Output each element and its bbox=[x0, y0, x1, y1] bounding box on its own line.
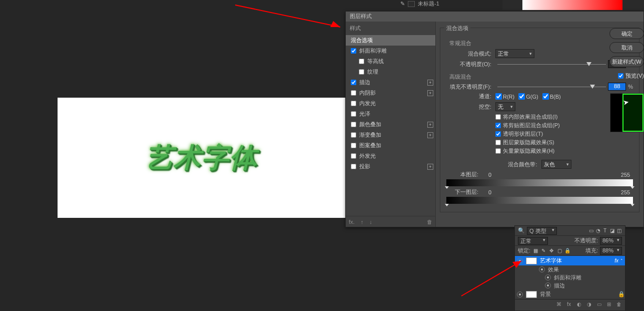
eye-icon[interactable] bbox=[545, 282, 551, 288]
filter-icon-1[interactable]: ▭ bbox=[588, 228, 594, 234]
filter-icon-5[interactable]: ◫ bbox=[616, 228, 622, 234]
style-row-10[interactable]: 图案叠加 bbox=[346, 140, 435, 151]
style-checkbox[interactable] bbox=[351, 48, 356, 54]
adjust-icon[interactable]: ◑ bbox=[586, 301, 592, 307]
eye-icon[interactable] bbox=[539, 266, 545, 272]
plus-icon[interactable]: + bbox=[427, 122, 433, 128]
lock-pixels-icon[interactable]: ▦ bbox=[532, 248, 538, 254]
layer-background[interactable]: 背景 🔒 bbox=[515, 289, 625, 299]
fx-icon[interactable]: fx bbox=[566, 301, 572, 307]
style-row-1[interactable]: 斜面和浮雕 bbox=[346, 46, 435, 56]
search-icon[interactable]: 🔍 bbox=[518, 227, 525, 234]
style-row-7[interactable]: 光泽 bbox=[346, 109, 435, 119]
channel-g[interactable]: G(G) bbox=[518, 93, 538, 100]
ok-button[interactable]: 确定 bbox=[609, 28, 644, 39]
lock-artboard-icon[interactable]: ▢ bbox=[556, 248, 562, 254]
style-row-2[interactable]: 等高线 bbox=[346, 56, 435, 67]
style-checkbox[interactable] bbox=[351, 153, 356, 159]
section-title-blend: 混合选项 bbox=[444, 25, 470, 32]
style-row-9[interactable]: 渐变叠加+ bbox=[346, 130, 435, 140]
channel-r[interactable]: R(R) bbox=[495, 93, 514, 100]
style-checkbox[interactable] bbox=[351, 101, 356, 106]
style-row-3[interactable]: 纹理 bbox=[346, 67, 435, 77]
up-arrow-icon[interactable]: ↑ bbox=[361, 219, 364, 225]
chevron-down-icon[interactable]: ˄ bbox=[620, 258, 623, 263]
fx-icon[interactable]: fx. bbox=[349, 219, 355, 225]
canvas-text[interactable]: 艺术字体 bbox=[146, 140, 258, 176]
adv-checkbox[interactable] bbox=[495, 148, 501, 154]
new-layer-icon[interactable]: ⊞ bbox=[606, 301, 612, 307]
cancel-button[interactable]: 取消 bbox=[609, 42, 644, 53]
fill-select[interactable]: 88% bbox=[600, 247, 622, 255]
style-checkbox[interactable] bbox=[351, 111, 356, 117]
filter-icon-4[interactable]: ◪ bbox=[609, 228, 615, 234]
blendif-select[interactable]: 灰色 bbox=[541, 160, 571, 169]
lock-move-icon[interactable]: ✥ bbox=[548, 248, 554, 254]
mask-icon[interactable]: ◐ bbox=[576, 301, 582, 307]
plus-icon[interactable]: + bbox=[427, 132, 433, 138]
style-checkbox[interactable] bbox=[351, 143, 356, 148]
style-checkbox[interactable] bbox=[359, 59, 364, 64]
filter-icon-3[interactable]: T bbox=[602, 228, 608, 234]
style-row-4[interactable]: 描边+ bbox=[346, 77, 435, 88]
style-checkbox[interactable] bbox=[351, 90, 356, 96]
this-layer-gradient[interactable] bbox=[446, 179, 633, 186]
under-layer-gradient[interactable] bbox=[446, 197, 633, 204]
layer-text[interactable]: 艺术字体 fx ˄ bbox=[515, 256, 625, 265]
plus-icon[interactable]: + bbox=[427, 90, 433, 96]
plus-icon[interactable]: + bbox=[427, 80, 433, 86]
eye-icon[interactable] bbox=[517, 258, 523, 264]
effects-group[interactable]: 效果 bbox=[515, 265, 625, 273]
plus-icon[interactable]: + bbox=[427, 164, 433, 170]
opacity-label: 不透明度(O): bbox=[446, 61, 491, 68]
opacity-slider[interactable] bbox=[497, 61, 606, 68]
adv-checkbox[interactable] bbox=[495, 140, 501, 145]
filter-icon-2[interactable]: ◔ bbox=[595, 228, 601, 234]
document-tab[interactable]: ✎ 未标题-1 bbox=[400, 0, 439, 8]
knockout-label: 挖空: bbox=[446, 103, 491, 111]
fx-label[interactable]: fx bbox=[614, 258, 618, 263]
style-row-12[interactable]: 投影+ bbox=[346, 161, 435, 172]
style-row-6[interactable]: 内发光 bbox=[346, 98, 435, 109]
style-checkbox[interactable] bbox=[351, 164, 356, 169]
style-row-5[interactable]: 内阴影+ bbox=[346, 88, 435, 98]
trash-icon[interactable]: 🗑 bbox=[427, 219, 432, 225]
bg-thumb bbox=[526, 291, 537, 298]
lock-all-icon[interactable]: 🔒 bbox=[564, 248, 570, 254]
layer-opacity-select[interactable]: 86% bbox=[600, 237, 622, 245]
group-icon[interactable]: ▭ bbox=[596, 301, 602, 307]
style-checkbox[interactable] bbox=[359, 69, 364, 75]
style-row-11[interactable]: 外发光 bbox=[346, 151, 435, 161]
effect-bevel[interactable]: 斜面和浮雕 bbox=[515, 273, 625, 281]
adv-checkbox[interactable] bbox=[495, 114, 501, 120]
canvas[interactable]: 艺术字体 bbox=[58, 98, 345, 218]
color-picker-panel[interactable] bbox=[522, 0, 622, 10]
adv-check-4[interactable]: 矢量蒙版隐藏效果(H) bbox=[495, 147, 633, 155]
down-arrow-icon[interactable]: ↓ bbox=[369, 219, 372, 225]
preview-checkbox[interactable] bbox=[618, 73, 623, 79]
blend-mode-select[interactable]: 正常 bbox=[495, 49, 534, 58]
layer-blend-select[interactable]: 正常 bbox=[518, 237, 548, 245]
styles-column: 样式 混合选项斜面和浮雕等高线纹理描边+内阴影+内发光光泽颜色叠加+渐变叠加+图… bbox=[346, 22, 436, 227]
eye-icon[interactable] bbox=[545, 274, 551, 280]
new-style-button[interactable]: 新建样式(W bbox=[609, 56, 644, 67]
fill-opacity-slider[interactable] bbox=[497, 83, 606, 90]
link-icon[interactable]: ⌘ bbox=[556, 301, 562, 307]
trash-icon[interactable]: 🗑 bbox=[616, 301, 622, 307]
eye-icon[interactable] bbox=[517, 291, 523, 297]
layer-filter-select[interactable]: Q 类型 bbox=[527, 227, 557, 235]
knockout-select[interactable]: 无 bbox=[495, 102, 515, 111]
lock-brush-icon[interactable]: ✎ bbox=[540, 248, 546, 254]
dialog-titlebar[interactable]: 图层样式 bbox=[346, 12, 643, 22]
fill-opacity-input[interactable]: 88 bbox=[608, 83, 626, 91]
style-row-8[interactable]: 颜色叠加+ bbox=[346, 119, 435, 130]
adv-check-3[interactable]: 图层蒙版隐藏效果(S) bbox=[495, 139, 633, 146]
adv-checkbox[interactable] bbox=[495, 131, 501, 137]
style-checkbox[interactable] bbox=[351, 80, 356, 85]
effect-stroke[interactable]: 描边 bbox=[515, 281, 625, 289]
channel-b[interactable]: B(B) bbox=[542, 93, 561, 100]
adv-checkbox[interactable] bbox=[495, 123, 501, 128]
style-checkbox[interactable] bbox=[351, 132, 356, 138]
style-row-0[interactable]: 混合选项 bbox=[346, 35, 435, 46]
style-checkbox[interactable] bbox=[351, 122, 356, 127]
